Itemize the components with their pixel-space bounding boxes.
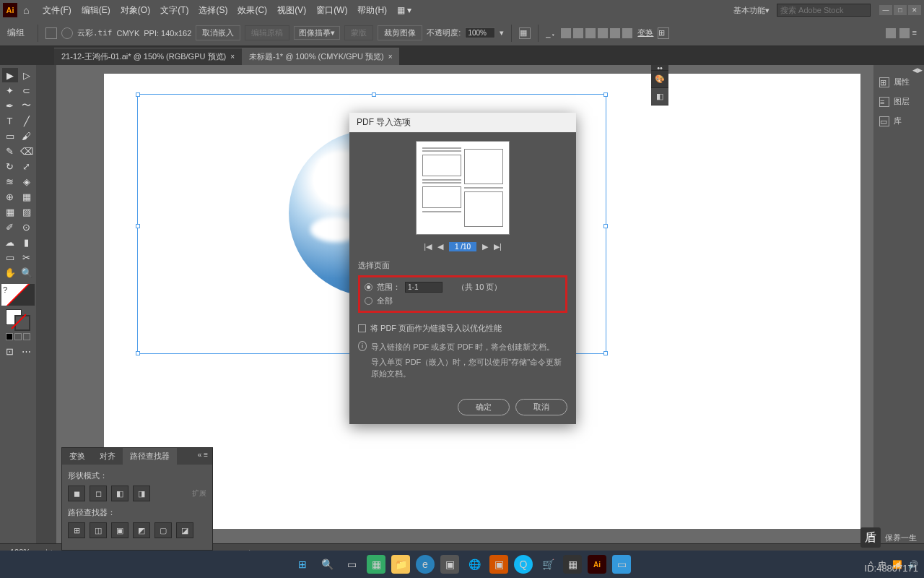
isolate-icon[interactable]: ⊞ xyxy=(658,27,669,39)
prev-page-icon[interactable]: ◀ xyxy=(437,242,443,251)
app-icon-5[interactable]: ▭ xyxy=(612,555,631,574)
width-tool[interactable]: ≋ xyxy=(2,174,18,189)
scale-tool[interactable]: ⤢ xyxy=(19,159,35,173)
pen-tool[interactable]: ✒ xyxy=(2,98,18,113)
cancel-button[interactable]: 取消 xyxy=(515,399,567,415)
exclude-button[interactable]: ◨ xyxy=(133,486,150,501)
home-icon[interactable]: ⌂ xyxy=(23,4,29,16)
eraser-tool[interactable]: ⌫ xyxy=(19,144,35,158)
start-icon[interactable]: ⊞ xyxy=(293,555,312,574)
app-icon-2[interactable]: ▣ xyxy=(489,555,508,574)
intersect-button[interactable]: ◧ xyxy=(111,486,128,501)
qq-icon[interactable]: Q xyxy=(514,555,533,574)
tab-close-icon[interactable]: × xyxy=(388,53,393,61)
link-icon[interactable] xyxy=(61,27,73,39)
range-radio[interactable] xyxy=(365,283,372,291)
align-middle-icon[interactable] xyxy=(610,28,620,38)
align-center-icon[interactable] xyxy=(573,28,583,38)
trim-button[interactable]: ◫ xyxy=(90,522,107,538)
selection-tool[interactable]: ▶ xyxy=(2,68,18,82)
search-icon[interactable]: 🔍 xyxy=(318,555,336,574)
minus-back-button[interactable]: ◪ xyxy=(176,522,193,538)
illustrator-taskbar-icon[interactable]: Ai xyxy=(588,555,606,574)
crop-button[interactable]: 裁剪图像 xyxy=(378,25,422,40)
first-page-icon[interactable]: |◀ xyxy=(424,242,432,251)
opacity-chevron[interactable]: ▾ xyxy=(500,28,504,38)
image-trace-dropdown[interactable]: 图像描摹 ▾ xyxy=(294,26,340,40)
doc-tab-1[interactable]: 21-12-王鸿伟-01.ai* @ 150% (RGB/GPU 预览)× xyxy=(54,48,242,65)
float-grip[interactable]: •• xyxy=(651,65,668,71)
paintbrush-tool[interactable]: 🖌 xyxy=(19,129,35,143)
menu-object[interactable]: 对象(O) xyxy=(116,4,155,17)
fill-toggle[interactable]: ? xyxy=(1,284,35,306)
curvature-tool[interactable]: 〜 xyxy=(19,98,35,113)
color-palette-icon[interactable]: 🎨 xyxy=(651,71,668,88)
perspective-tool[interactable]: ▦ xyxy=(19,189,35,204)
menu-type[interactable]: 文字(T) xyxy=(155,4,193,17)
graph-tool[interactable]: ▮ xyxy=(19,235,35,249)
menu-view[interactable]: 视图(V) xyxy=(272,4,311,17)
shaper-tool[interactable]: ✎ xyxy=(2,144,18,158)
lasso-tool[interactable]: ⊂ xyxy=(19,83,35,98)
tab-align[interactable]: 对齐 xyxy=(92,448,123,465)
panel-properties[interactable]: ⊞属性 xyxy=(873,72,924,92)
transform-link[interactable]: 变换 xyxy=(637,27,653,38)
align-right-icon[interactable] xyxy=(585,28,596,38)
all-radio[interactable] xyxy=(365,297,372,305)
link-checkbox[interactable] xyxy=(358,324,366,332)
tab-pathfinder[interactable]: 路径查找器 xyxy=(123,448,177,465)
collapse-icon[interactable]: ◀▶ xyxy=(912,66,923,71)
blend-tool[interactable]: ⊙ xyxy=(19,220,35,234)
mesh-tool[interactable]: ▦ xyxy=(2,204,18,219)
app-icon-1[interactable]: ▣ xyxy=(440,555,459,574)
app-icon-4[interactable]: ▦ xyxy=(563,555,582,574)
type-tool[interactable]: T xyxy=(2,113,18,128)
menu-help[interactable]: 帮助(H) xyxy=(352,4,392,17)
app-icon-3[interactable]: 🛒 xyxy=(539,555,557,574)
menu-effect[interactable]: 效果(C) xyxy=(232,4,272,17)
rectangle-tool[interactable]: ▭ xyxy=(2,129,18,143)
panel-dock2-icon[interactable] xyxy=(899,28,910,38)
magic-wand-tool[interactable]: ✦ xyxy=(2,83,18,98)
eyedropper-tool[interactable]: ✐ xyxy=(2,220,18,234)
align-dropdown-icon[interactable]: ⎯▾ xyxy=(546,29,556,38)
menu-edit[interactable]: 编辑(E) xyxy=(77,4,116,17)
style-icon[interactable]: ▦ xyxy=(519,27,531,39)
color-mode-gradient[interactable] xyxy=(14,333,22,340)
screen-mode[interactable]: ⊡ xyxy=(2,344,18,358)
unite-button[interactable]: ◼ xyxy=(68,486,85,501)
panel-libraries[interactable]: ▭库 xyxy=(873,111,924,131)
minimize-button[interactable]: — xyxy=(879,5,892,15)
color-mode-none[interactable] xyxy=(23,333,30,340)
direct-selection-tool[interactable]: ▷ xyxy=(19,68,35,82)
align-left-icon[interactable] xyxy=(561,28,571,38)
menu-window[interactable]: 窗口(W) xyxy=(311,4,352,17)
shape-builder-tool[interactable]: ⊕ xyxy=(2,189,18,204)
outline-button[interactable]: ▢ xyxy=(154,522,172,538)
explorer-icon[interactable]: 📁 xyxy=(391,555,410,574)
edge-icon[interactable]: e xyxy=(416,555,435,574)
panel-layers[interactable]: ≡图层 xyxy=(873,92,924,111)
free-transform-tool[interactable]: ◈ xyxy=(19,174,35,189)
tab-close-icon[interactable]: × xyxy=(230,53,235,61)
symbol-sprayer-tool[interactable]: ☁ xyxy=(2,235,18,249)
opacity-input[interactable] xyxy=(465,27,495,38)
menu-file[interactable]: 文件(F) xyxy=(38,4,76,17)
panel-collapse-icon[interactable]: « ≡ xyxy=(193,448,212,465)
merge-button[interactable]: ▣ xyxy=(111,522,128,538)
divide-button[interactable]: ⊞ xyxy=(68,522,85,538)
artboard-tool[interactable]: ▭ xyxy=(2,250,18,264)
panel-dock-icon[interactable] xyxy=(886,28,896,38)
widgets-icon[interactable]: ▦ xyxy=(367,555,385,574)
rotate-tool[interactable]: ↻ xyxy=(2,159,18,173)
next-page-icon[interactable]: ▶ xyxy=(482,242,488,251)
search-stock-input[interactable] xyxy=(777,4,871,17)
menu-select[interactable]: 选择(S) xyxy=(193,4,232,17)
maximize-button[interactable]: □ xyxy=(894,5,907,15)
align-bottom-icon[interactable] xyxy=(622,28,632,38)
workspace-switcher[interactable]: 基本功能 ▾ xyxy=(729,4,774,17)
chrome-icon[interactable]: 🌐 xyxy=(465,555,484,574)
close-button[interactable]: ✕ xyxy=(908,5,921,15)
embed-icon[interactable] xyxy=(45,27,57,39)
tab-transform[interactable]: 变换 xyxy=(62,448,92,465)
